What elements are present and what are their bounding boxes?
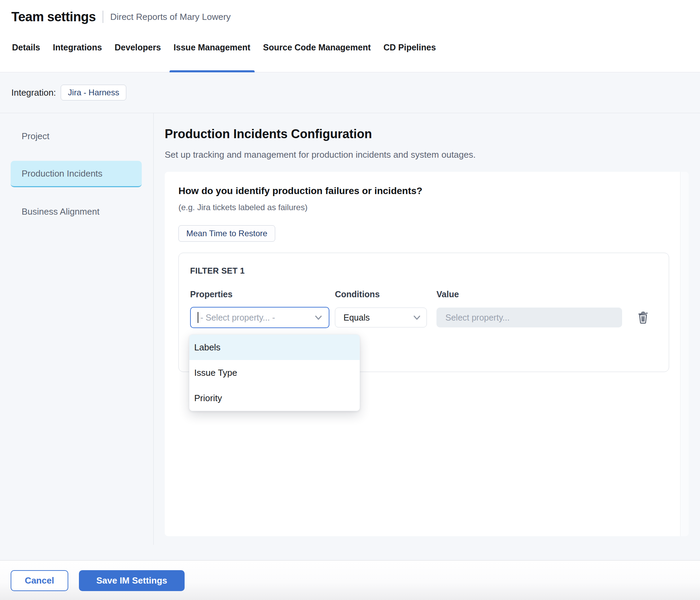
content-region: Integration: Jira - Harness Project Prod… — [0, 72, 700, 560]
dropdown-option-priority[interactable]: Priority — [189, 385, 360, 411]
trash-icon — [638, 320, 648, 325]
page-title: Team settings — [11, 10, 96, 24]
property-select-placeholder: - Select property... - — [200, 313, 315, 323]
cancel-button[interactable]: Cancel — [11, 570, 68, 591]
footer-action-bar: Cancel Save IM Settings — [0, 560, 700, 600]
tab-developers[interactable]: Developers — [115, 34, 161, 72]
dropdown-option-issue-type[interactable]: Issue Type — [189, 360, 360, 385]
title-separator — [103, 11, 103, 23]
scrollbar-track[interactable] — [680, 172, 689, 536]
sidebar-item-business-alignment[interactable]: Business Alignment — [11, 199, 142, 225]
text-cursor-caret — [198, 312, 198, 323]
chevron-down-icon — [413, 315, 420, 320]
card-hint: (e.g. Jira tickets labeled as failures) — [178, 203, 669, 212]
metric-tab-mean-time-to-restore[interactable]: Mean Time to Restore — [178, 225, 275, 242]
properties-column-label: Properties — [190, 289, 335, 299]
value-input[interactable] — [436, 308, 622, 327]
tab-source-code-management[interactable]: Source Code Management — [263, 34, 371, 72]
tab-bar: Details Integrations Developers Issue Ma… — [0, 34, 700, 72]
sidebar-item-project[interactable]: Project — [11, 123, 142, 149]
team-settings-page: Team settings Direct Reports of Mary Low… — [0, 0, 700, 600]
value-column-label: Value — [436, 289, 459, 299]
integration-badge[interactable]: Jira - Harness — [61, 85, 126, 100]
property-dropdown-menu: Labels Issue Type Priority — [189, 334, 360, 411]
card-question: How do you identify production failures … — [178, 185, 669, 196]
save-im-settings-button[interactable]: Save IM Settings — [79, 570, 185, 591]
conditions-column-label: Conditions — [335, 289, 436, 299]
dropdown-option-labels[interactable]: Labels — [189, 335, 360, 360]
integration-label: Integration: — [11, 87, 56, 98]
section-subtitle: Set up tracking and management for produ… — [165, 149, 700, 160]
sidebar-item-production-incidents[interactable]: Production Incidents — [11, 161, 142, 187]
integration-row: Integration: Jira - Harness — [0, 72, 700, 113]
tab-cd-pipelines[interactable]: CD Pipelines — [384, 34, 436, 72]
filter-row: - Select property... - Equals — [190, 307, 669, 328]
chevron-down-icon — [315, 315, 322, 320]
header: Team settings Direct Reports of Mary Low… — [0, 0, 700, 34]
tab-details[interactable]: Details — [12, 34, 40, 72]
tab-integrations[interactable]: Integrations — [53, 34, 102, 72]
property-select[interactable]: - Select property... - — [190, 307, 329, 328]
tab-issue-management[interactable]: Issue Management — [174, 34, 250, 72]
condition-selected-value: Equals — [343, 313, 413, 323]
page-subtitle: Direct Reports of Mary Lowery — [110, 12, 231, 22]
filter-set-title: FILTER SET 1 — [190, 266, 669, 276]
delete-filter-button[interactable] — [638, 311, 648, 324]
condition-select[interactable]: Equals — [335, 308, 427, 327]
filter-column-labels: Properties Conditions Value — [190, 289, 669, 299]
sidebar: Project Production Incidents Business Al… — [0, 113, 153, 236]
section-title: Production Incidents Configuration — [165, 127, 700, 141]
